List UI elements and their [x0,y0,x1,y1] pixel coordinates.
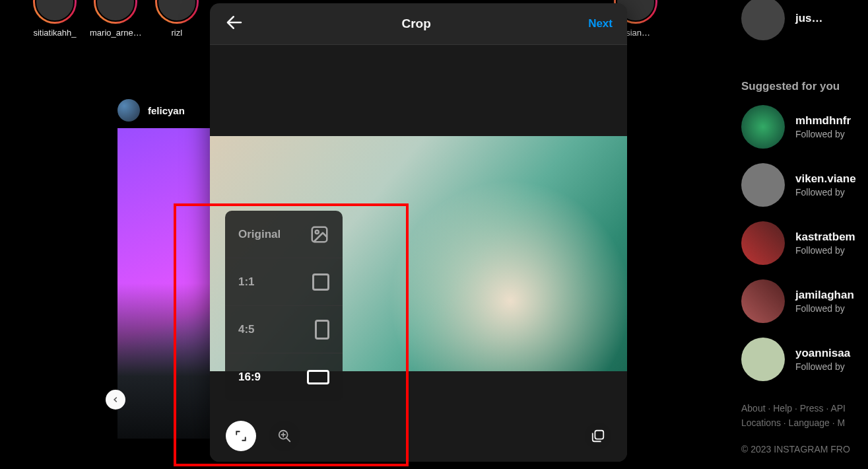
story-avatar-ring [155,0,199,24]
copyright: © 2023 INSTAGRAM FRO [741,442,868,456]
crop-option-label: 1:1 [238,275,255,289]
story-username: rizl [171,28,182,38]
story-avatar-ring [94,0,137,24]
story-username: mario_arne… [90,28,142,38]
next-button[interactable]: Next [588,17,613,30]
gallery-button[interactable] [585,423,611,449]
suggested-meta: Followed by [795,303,854,314]
crop-option-16-9[interactable]: 16:9 [225,353,343,401]
svg-rect-7 [595,431,603,439]
right-sidebar: jus… Suggested for you mhmdhnfr Followed… [741,0,868,456]
crop-option-label: 4:5 [238,323,255,336]
story-item[interactable]: rizl [155,0,199,38]
crop-modal: Crop Next Original 1:1 4:5 16:9 [210,3,627,462]
suggested-username: mhmdhnfr [795,114,851,127]
arrow-left-icon [224,13,244,32]
post-author-username[interactable]: felicyan [148,105,185,116]
story-avatar-ring [33,0,77,24]
suggested-username: yoannisaa [795,347,850,360]
crop-option-1-1[interactable]: 1:1 [225,258,343,306]
expand-icon [235,430,247,442]
crop-option-4-5[interactable]: 4:5 [225,306,343,353]
gallery-icon [591,429,605,443]
modal-header: Crop Next [210,3,627,45]
ratio-4-5-icon [315,320,329,340]
current-user-name[interactable]: jus… [795,12,823,25]
footer-line[interactable]: About · Help · Press · API [741,401,868,415]
crop-controls [210,410,627,462]
crop-option-label: Original [238,228,281,241]
zoom-button[interactable] [269,421,300,451]
ratio-1-1-icon [312,273,329,291]
post-author-avatar[interactable] [117,99,140,122]
story-item[interactable]: mario_arne… [90,0,142,38]
suggested-title: Suggested for you [741,80,868,93]
suggested-username: jamilaghan [795,289,854,302]
story-item[interactable]: sitiatikahh_ [33,0,77,38]
crop-canvas[interactable]: Original 1:1 4:5 16:9 [210,45,627,462]
suggested-user[interactable]: yoannisaa Followed by [741,338,868,381]
suggested-meta: Followed by [795,129,851,139]
zoom-in-icon [277,429,292,443]
footer-links: About · Help · Press · API Locations · L… [741,401,868,456]
suggested-username: kastratbem [795,231,855,244]
avatar [741,221,785,265]
post-prev-button[interactable] [106,390,125,410]
crop-ratio-button[interactable] [226,421,256,451]
avatar [741,338,785,381]
story-username: sitiatikahh_ [33,28,76,38]
svg-point-2 [316,230,319,233]
footer-line[interactable]: Locations · Language · M [741,415,868,430]
suggested-user[interactable]: kastratbem Followed by [741,221,868,265]
stories-tray: sitiatikahh_ mario_arne… rizl [33,0,199,38]
suggested-meta: Followed by [795,187,856,198]
avatar [741,279,785,323]
ratio-16-9-icon [307,370,329,384]
svg-line-4 [286,438,290,442]
back-button[interactable] [224,13,244,35]
crop-option-label: 16:9 [238,371,261,384]
suggested-meta: Followed by [795,361,850,372]
crop-option-original[interactable]: Original [225,211,343,258]
suggested-user[interactable]: viken.viane Followed by [741,163,868,207]
modal-title: Crop [401,17,430,31]
suggested-user[interactable]: jamilaghan Followed by [741,279,868,323]
current-user-avatar[interactable] [741,0,785,40]
suggested-username: viken.viane [795,172,856,186]
avatar [741,163,785,207]
avatar [741,105,785,149]
crop-ratio-popover: Original 1:1 4:5 16:9 [225,211,343,401]
suggested-user[interactable]: mhmdhnfr Followed by [741,105,868,149]
image-icon [310,225,329,244]
suggested-meta: Followed by [795,245,855,256]
